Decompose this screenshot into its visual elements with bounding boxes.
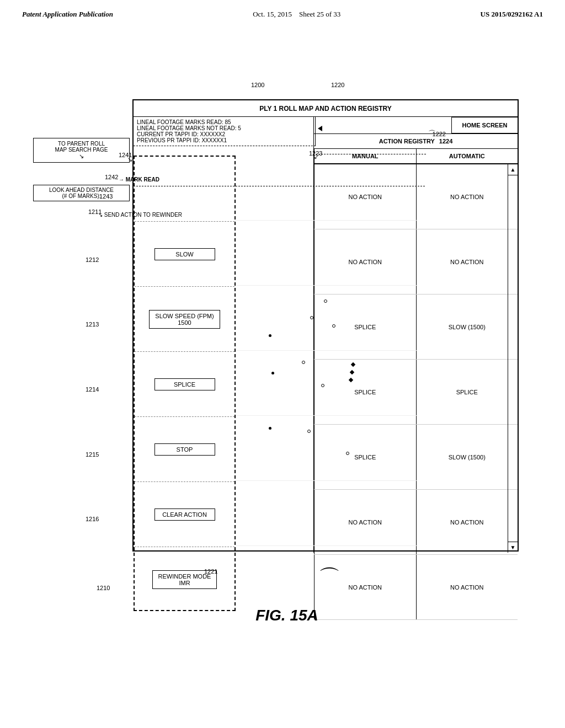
automatic-header: AUTOMATIC (416, 149, 518, 163)
ref-1242: 1242 (105, 174, 118, 180)
curve-indicator: ⌒ (318, 563, 340, 593)
viz-row-1 (236, 221, 418, 286)
diagram-area: PLY 1 ROLL MAP AND ACTION REGISTRY HOME … (33, 66, 541, 673)
mark-dot (324, 299, 327, 303)
viz-row-3 (236, 351, 418, 416)
action-registry-label: ACTION REGISTRY 1224 (314, 133, 518, 149)
ref-1224: 1224 (439, 138, 452, 144)
auto-cell-3: SPLICE (416, 360, 518, 424)
ref-1221: 1221 (204, 568, 217, 575)
clear-action-box[interactable]: CLEAR ACTION (154, 508, 215, 521)
scroll-down-button[interactable]: ▼ (508, 542, 518, 553)
mark-diamond (349, 378, 353, 382)
ref-1212: 1212 (86, 256, 99, 263)
splice-box[interactable]: SPLICE (154, 378, 215, 390)
left-row-6: REWINDER MODE IMR (135, 547, 234, 612)
look-ahead-box[interactable]: LOOK AHEAD DISTANCE (# OF MARKS): (33, 185, 130, 201)
auto-cell-6: NO ACTION (416, 555, 518, 619)
mark-dot (346, 452, 349, 455)
left-row-5: CLEAR ACTION (135, 482, 234, 547)
mark-dot (269, 427, 271, 430)
viz-row-6: ⌒ (236, 546, 418, 611)
mark-dot (271, 372, 274, 374)
auto-cell-1: NO ACTION (416, 229, 518, 294)
viz-row-2 (236, 286, 418, 351)
info-section: LINEAL FOOTAGE MARKS READ: 85 LINEAL FOO… (134, 117, 316, 146)
scroll-up-button[interactable]: ▲ (508, 164, 518, 175)
mark-dot (321, 384, 324, 387)
mark-dot (302, 361, 305, 364)
ref-1216: 1216 (86, 516, 99, 522)
auto-cell-4: SLOW (1500) (416, 425, 518, 489)
ref-1214: 1214 (86, 386, 99, 393)
mark-diamond (351, 362, 355, 367)
auto-cell-5: NO ACTION (416, 490, 518, 554)
left-row-2: SLOW SPEED (FPM) 1500 (135, 287, 234, 352)
viz-row-5 (236, 481, 418, 546)
auto-cell-2: SLOW (1500) (416, 295, 518, 359)
mark-dot (332, 324, 335, 328)
auto-cell-0: NO ACTION (416, 164, 518, 229)
send-action-panel: SLOW SLOW SPEED (FPM) 1500 SPLICE STOP C… (134, 156, 236, 611)
parent-roll-box[interactable]: TO PARENT ROLL MAP SEARCH PAGE ↘ (33, 138, 130, 163)
ref-1213: 1213 (86, 321, 99, 328)
figure-title: FIG. 15A (255, 607, 318, 624)
slow-speed-box[interactable]: SLOW SPEED (FPM) 1500 (149, 310, 220, 329)
main-diagram-box: PLY 1 ROLL MAP AND ACTION REGISTRY HOME … (132, 99, 519, 552)
header-right: US 2015/0292162 A1 (481, 10, 543, 19)
mark-dot (269, 334, 271, 337)
top-label: PLY 1 ROLL MAP AND ACTION REGISTRY (134, 100, 518, 117)
mark-dot (310, 316, 313, 319)
center-viz: ⌒ (236, 156, 418, 611)
stop-box[interactable]: STOP (154, 443, 215, 456)
header-left: Patent Application Publication (22, 10, 113, 19)
left-row-1: SLOW (135, 222, 234, 287)
mark-dot (307, 430, 311, 433)
left-row-4: STOP (135, 417, 234, 482)
send-action-label: ↘ SEND ACTION TO REWINDER (98, 212, 182, 218)
slow-box[interactable]: SLOW (154, 248, 215, 260)
page-header: Patent Application Publication Oct. 15, … (0, 0, 565, 19)
ref-1210: 1210 (97, 585, 110, 591)
viz-row-0 (236, 156, 418, 221)
dashed-line-send (134, 186, 425, 186)
ref-1215: 1215 (86, 451, 99, 458)
header-center: Oct. 15, 2015 Sheet 25 of 33 (253, 10, 340, 19)
mark-read-label: → MARK READ (119, 176, 159, 183)
left-row-3: SPLICE (135, 352, 234, 417)
mark-diamond (350, 370, 354, 374)
viz-row-4 (236, 416, 418, 481)
scroll-bar[interactable]: ▲ ▼ (508, 164, 518, 553)
